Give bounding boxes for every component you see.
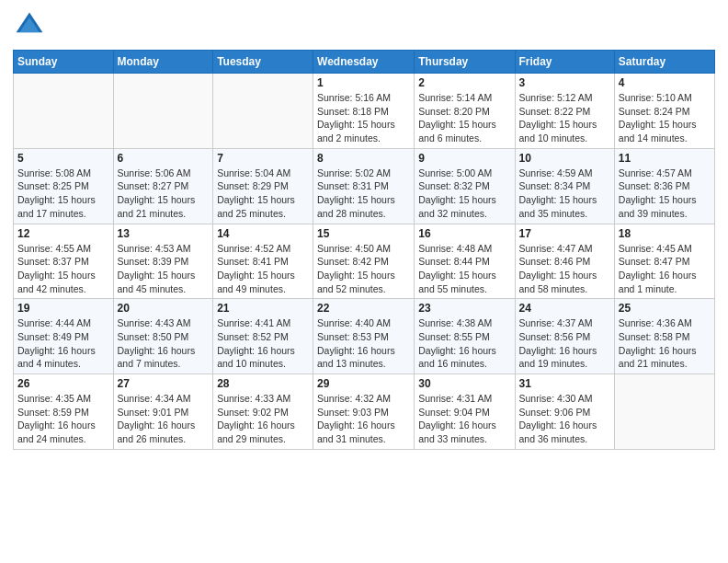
day-info: Sunrise: 4:30 AM Sunset: 9:06 PM Dayligh…: [519, 392, 610, 446]
day-info: Sunrise: 4:57 AM Sunset: 8:36 PM Dayligh…: [619, 167, 711, 221]
calendar-week-row: 26Sunrise: 4:35 AM Sunset: 8:59 PM Dayli…: [14, 374, 715, 450]
calendar-cell: 24Sunrise: 4:37 AM Sunset: 8:56 PM Dayli…: [515, 299, 614, 374]
day-info: Sunrise: 4:47 AM Sunset: 8:46 PM Dayligh…: [519, 242, 610, 296]
calendar-cell: 16Sunrise: 4:48 AM Sunset: 8:44 PM Dayli…: [415, 224, 515, 299]
calendar-cell: 15Sunrise: 4:50 AM Sunset: 8:42 PM Dayli…: [313, 224, 415, 299]
calendar-cell: 11Sunrise: 4:57 AM Sunset: 8:36 PM Dayli…: [614, 148, 714, 224]
calendar-cell: 31Sunrise: 4:30 AM Sunset: 9:06 PM Dayli…: [515, 374, 614, 450]
calendar-cell: 1Sunrise: 5:16 AM Sunset: 8:18 PM Daylig…: [313, 74, 415, 149]
calendar-cell: 8Sunrise: 5:02 AM Sunset: 8:31 PM Daylig…: [313, 148, 415, 224]
day-of-week-header: Friday: [515, 51, 614, 74]
calendar-cell: 6Sunrise: 5:06 AM Sunset: 8:27 PM Daylig…: [113, 148, 213, 224]
day-info: Sunrise: 4:38 AM Sunset: 8:55 PM Dayligh…: [418, 316, 510, 371]
calendar-week-row: 5Sunrise: 5:08 AM Sunset: 8:25 PM Daylig…: [14, 148, 715, 224]
day-number: 10: [519, 152, 610, 165]
day-info: Sunrise: 4:48 AM Sunset: 8:44 PM Dayligh…: [418, 242, 510, 296]
day-number: 7: [217, 152, 309, 165]
calendar-cell: 17Sunrise: 4:47 AM Sunset: 8:46 PM Dayli…: [515, 224, 614, 299]
calendar-cell: 9Sunrise: 5:00 AM Sunset: 8:32 PM Daylig…: [415, 148, 515, 224]
day-info: Sunrise: 4:36 AM Sunset: 8:58 PM Dayligh…: [619, 316, 711, 371]
day-number: 28: [217, 377, 309, 390]
day-number: 25: [619, 302, 711, 315]
day-of-week-header: Monday: [113, 51, 213, 74]
calendar-cell: 10Sunrise: 4:59 AM Sunset: 8:34 PM Dayli…: [515, 148, 614, 224]
day-info: Sunrise: 5:16 AM Sunset: 8:18 PM Dayligh…: [317, 91, 410, 145]
logo: [13, 9, 50, 42]
calendar-cell: 12Sunrise: 4:55 AM Sunset: 8:37 PM Dayli…: [14, 224, 114, 299]
day-number: 6: [118, 152, 210, 165]
day-number: 4: [619, 76, 711, 89]
calendar-cell: [113, 74, 213, 149]
day-number: 26: [17, 377, 109, 390]
calendar-cell: 22Sunrise: 4:40 AM Sunset: 8:53 PM Dayli…: [313, 299, 415, 374]
calendar-table: SundayMondayTuesdayWednesdayThursdayFrid…: [13, 50, 715, 450]
day-info: Sunrise: 5:10 AM Sunset: 8:24 PM Dayligh…: [619, 91, 711, 145]
day-number: 13: [118, 227, 210, 240]
day-number: 19: [17, 302, 109, 315]
calendar-cell: 18Sunrise: 4:45 AM Sunset: 8:47 PM Dayli…: [614, 224, 714, 299]
day-number: 14: [217, 227, 309, 240]
generalblue-icon: [13, 9, 46, 42]
day-of-week-header: Tuesday: [213, 51, 313, 74]
day-number: 24: [519, 302, 610, 315]
day-info: Sunrise: 4:35 AM Sunset: 8:59 PM Dayligh…: [17, 392, 109, 446]
calendar-week-row: 19Sunrise: 4:44 AM Sunset: 8:49 PM Dayli…: [14, 299, 715, 374]
day-number: 3: [519, 76, 610, 89]
calendar-week-row: 1Sunrise: 5:16 AM Sunset: 8:18 PM Daylig…: [14, 74, 715, 149]
calendar-week-row: 12Sunrise: 4:55 AM Sunset: 8:37 PM Dayli…: [14, 224, 715, 299]
day-info: Sunrise: 4:34 AM Sunset: 9:01 PM Dayligh…: [118, 392, 210, 446]
day-number: 15: [317, 227, 410, 240]
calendar-cell: 2Sunrise: 5:14 AM Sunset: 8:20 PM Daylig…: [415, 74, 515, 149]
day-info: Sunrise: 5:00 AM Sunset: 8:32 PM Dayligh…: [418, 167, 510, 221]
day-number: 11: [619, 152, 711, 165]
day-info: Sunrise: 4:50 AM Sunset: 8:42 PM Dayligh…: [317, 242, 410, 296]
calendar-cell: 26Sunrise: 4:35 AM Sunset: 8:59 PM Dayli…: [14, 374, 114, 450]
day-number: 22: [317, 302, 410, 315]
day-info: Sunrise: 5:14 AM Sunset: 8:20 PM Dayligh…: [418, 91, 510, 145]
calendar-cell: 20Sunrise: 4:43 AM Sunset: 8:50 PM Dayli…: [113, 299, 213, 374]
day-number: 21: [217, 302, 309, 315]
day-info: Sunrise: 5:06 AM Sunset: 8:27 PM Dayligh…: [118, 167, 210, 221]
day-number: 30: [418, 377, 510, 390]
day-info: Sunrise: 4:32 AM Sunset: 9:03 PM Dayligh…: [317, 392, 410, 446]
day-number: 18: [619, 227, 711, 240]
calendar-cell: 14Sunrise: 4:52 AM Sunset: 8:41 PM Dayli…: [213, 224, 313, 299]
day-info: Sunrise: 4:41 AM Sunset: 8:52 PM Dayligh…: [217, 316, 309, 371]
calendar-cell: 28Sunrise: 4:33 AM Sunset: 9:02 PM Dayli…: [213, 374, 313, 450]
day-of-week-header: Saturday: [614, 51, 714, 74]
day-info: Sunrise: 4:55 AM Sunset: 8:37 PM Dayligh…: [17, 242, 109, 296]
calendar-cell: 21Sunrise: 4:41 AM Sunset: 8:52 PM Dayli…: [213, 299, 313, 374]
day-info: Sunrise: 4:33 AM Sunset: 9:02 PM Dayligh…: [217, 392, 309, 446]
calendar-cell: 25Sunrise: 4:36 AM Sunset: 8:58 PM Dayli…: [614, 299, 714, 374]
calendar-cell: 27Sunrise: 4:34 AM Sunset: 9:01 PM Dayli…: [113, 374, 213, 450]
page: SundayMondayTuesdayWednesdayThursdayFrid…: [0, 0, 728, 563]
calendar-cell: 29Sunrise: 4:32 AM Sunset: 9:03 PM Dayli…: [313, 374, 415, 450]
day-info: Sunrise: 4:59 AM Sunset: 8:34 PM Dayligh…: [519, 167, 610, 221]
day-number: 31: [519, 377, 610, 390]
calendar-cell: 4Sunrise: 5:10 AM Sunset: 8:24 PM Daylig…: [614, 74, 714, 149]
day-info: Sunrise: 4:37 AM Sunset: 8:56 PM Dayligh…: [519, 316, 610, 371]
calendar-cell: [213, 74, 313, 149]
day-of-week-header: Wednesday: [313, 51, 415, 74]
day-info: Sunrise: 4:45 AM Sunset: 8:47 PM Dayligh…: [619, 242, 711, 296]
calendar-cell: 19Sunrise: 4:44 AM Sunset: 8:49 PM Dayli…: [14, 299, 114, 374]
day-number: 8: [317, 152, 410, 165]
day-info: Sunrise: 4:40 AM Sunset: 8:53 PM Dayligh…: [317, 316, 410, 371]
calendar-header-row: SundayMondayTuesdayWednesdayThursdayFrid…: [14, 51, 715, 74]
day-info: Sunrise: 5:02 AM Sunset: 8:31 PM Dayligh…: [317, 167, 410, 221]
day-number: 9: [418, 152, 510, 165]
day-number: 29: [317, 377, 410, 390]
day-info: Sunrise: 5:04 AM Sunset: 8:29 PM Dayligh…: [217, 167, 309, 221]
calendar-cell: 13Sunrise: 4:53 AM Sunset: 8:39 PM Dayli…: [113, 224, 213, 299]
day-info: Sunrise: 4:43 AM Sunset: 8:50 PM Dayligh…: [118, 316, 210, 371]
day-info: Sunrise: 5:12 AM Sunset: 8:22 PM Dayligh…: [519, 91, 610, 145]
calendar-cell: 7Sunrise: 5:04 AM Sunset: 8:29 PM Daylig…: [213, 148, 313, 224]
day-info: Sunrise: 5:08 AM Sunset: 8:25 PM Dayligh…: [17, 167, 109, 221]
day-info: Sunrise: 4:53 AM Sunset: 8:39 PM Dayligh…: [118, 242, 210, 296]
calendar-cell: 23Sunrise: 4:38 AM Sunset: 8:55 PM Dayli…: [415, 299, 515, 374]
day-of-week-header: Sunday: [14, 51, 114, 74]
day-number: 20: [118, 302, 210, 315]
day-info: Sunrise: 4:44 AM Sunset: 8:49 PM Dayligh…: [17, 316, 109, 371]
day-number: 2: [418, 76, 510, 89]
day-number: 23: [418, 302, 510, 315]
